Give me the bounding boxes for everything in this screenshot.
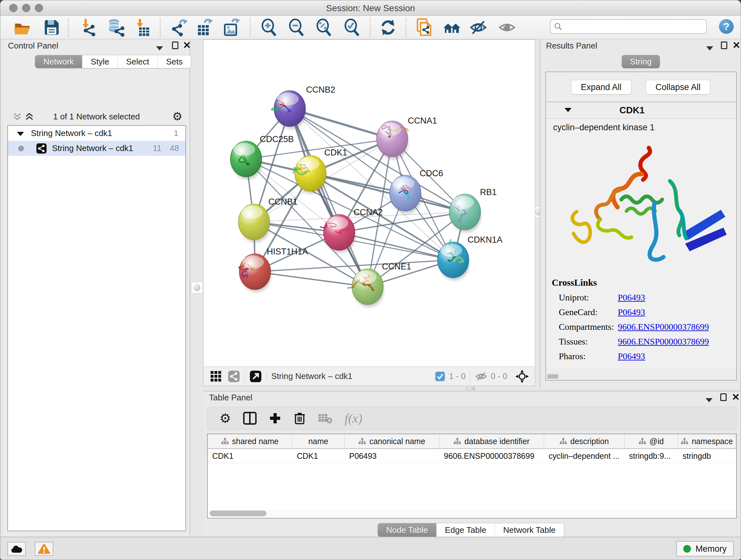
panel-float-icon[interactable]	[721, 42, 727, 51]
add-column-icon[interactable]	[269, 412, 281, 425]
table-hscrollbar[interactable]	[208, 509, 736, 517]
memory-button[interactable]: Memory	[676, 541, 734, 557]
zoom-fit-icon[interactable]	[314, 17, 335, 38]
network-view-toolbar: String Network – cdk1 1 - 0 0 - 0	[204, 367, 535, 386]
table-cell[interactable]: CDK1	[292, 449, 345, 463]
column-header-namespace[interactable]: namespace	[678, 434, 736, 448]
panel-menu-icon[interactable]	[156, 44, 163, 52]
export-network-icon[interactable]	[169, 17, 190, 38]
crosslink-value[interactable]: P06493	[618, 351, 645, 361]
network-node-RB1[interactable]: RB1	[449, 187, 497, 233]
edge-CDK1-RB1[interactable]	[311, 173, 465, 212]
crosslink-value[interactable]: P06493	[618, 293, 645, 303]
edge-CCNB2-CCNE1[interactable]	[290, 109, 367, 287]
panel-menu-icon[interactable]	[705, 395, 713, 404]
import-table-icon[interactable]	[132, 17, 153, 38]
crosslink-value[interactable]: 9606.ENSP00000378699	[618, 322, 709, 332]
table-cell[interactable]: P06493	[345, 449, 440, 463]
gene-expander-icon[interactable]	[564, 108, 571, 113]
panel-menu-icon[interactable]	[706, 44, 713, 52]
toolbar-separator	[370, 18, 370, 37]
selected-checkbox-icon[interactable]	[435, 371, 445, 381]
network-graph[interactable]: CCNB2CCNA1CDC25BCDK1CDC6RB1CCNB1CCNA2CDK…	[204, 40, 535, 366]
network-collection-row[interactable]: String Network – cdk1 1	[8, 126, 185, 141]
tab-node-table[interactable]: Node Table	[378, 523, 436, 537]
save-session-icon[interactable]	[41, 17, 62, 38]
network-node-CCNB1[interactable]: CCNB1	[239, 197, 298, 242]
network-node-CCNA1[interactable]: CCNA1	[377, 116, 437, 159]
tab-network-table[interactable]: Network Table	[495, 523, 564, 537]
refresh-icon[interactable]	[378, 17, 399, 38]
function-builder-icon: f(x)	[345, 411, 362, 426]
column-header-shared-name[interactable]: shared name	[208, 434, 292, 448]
copy-network-icon[interactable]	[414, 17, 435, 38]
import-network-icon[interactable]	[78, 17, 99, 38]
tab-select[interactable]: Select	[118, 55, 158, 68]
collapse-all-button[interactable]: Collapse All	[646, 80, 711, 95]
zoom-in-icon[interactable]	[259, 17, 280, 38]
open-session-icon[interactable]	[12, 17, 33, 38]
first-neighbors-icon[interactable]	[441, 17, 462, 38]
crosslink-value[interactable]: P06493	[618, 307, 645, 317]
table-cell[interactable]: cyclin–dependent ...	[544, 449, 624, 463]
gene-section-header[interactable]: CDK1	[546, 102, 736, 119]
node-label-CCNE1: CCNE1	[382, 262, 411, 271]
table-cell[interactable]: 9606.ENSP00000378699	[440, 449, 544, 463]
string-results-box: Expand All Collapse All CDK1 cyclin–depe…	[545, 71, 737, 381]
detach-view-icon[interactable]	[249, 370, 262, 383]
hide-selected-icon[interactable]	[468, 17, 489, 38]
panel-close-icon[interactable]: ✕	[183, 42, 191, 49]
table-cell[interactable]: CDK1	[208, 449, 292, 463]
show-all-icon[interactable]	[497, 17, 518, 38]
network-node-CCNE1[interactable]: CCNE1	[347, 262, 411, 307]
panel-close-icon[interactable]: ✕	[732, 42, 740, 49]
network-node-CDKN1A[interactable]: CDKN1A	[437, 235, 502, 280]
column-header-canonical-name[interactable]: canonical name	[345, 434, 440, 448]
panel-close-icon[interactable]: ✕	[732, 393, 740, 401]
cloud-status-button[interactable]	[7, 542, 26, 556]
network-view-icon[interactable]	[228, 370, 240, 382]
tab-string[interactable]: String	[622, 55, 660, 68]
help-icon[interactable]: ?	[719, 19, 734, 34]
column-header-description[interactable]: description	[544, 434, 624, 448]
left-splitter-handle[interactable]	[191, 282, 203, 294]
tab-style[interactable]: Style	[82, 55, 118, 68]
tab-edge-table[interactable]: Edge Table	[436, 523, 495, 537]
results-scrollbar[interactable]	[547, 374, 558, 379]
birdseye-icon[interactable]	[515, 369, 529, 383]
expand-all-button[interactable]: Expand All	[571, 80, 631, 95]
warnings-button[interactable]	[35, 542, 53, 556]
column-header-name[interactable]: name	[292, 434, 345, 448]
zoom-selected-icon[interactable]	[342, 17, 363, 38]
window-title: Session: New Session	[0, 3, 741, 13]
table-row[interactable]: CDK1CDK1P064939606.ENSP00000378699cyclin…	[208, 449, 736, 463]
network-node-CDC6[interactable]: CDC6	[390, 169, 443, 213]
collection-expander-icon[interactable]	[17, 128, 24, 138]
search-icon	[554, 22, 562, 31]
export-image-icon[interactable]	[221, 17, 242, 38]
table-cell[interactable]: stringdb:9...	[624, 449, 678, 463]
column-header-database-identifier[interactable]: database identifier	[440, 434, 544, 448]
tab-sets[interactable]: Sets	[158, 55, 191, 68]
table-cell[interactable]: stringdb	[678, 449, 736, 463]
network-row[interactable]: String Network – cdk1 11 48	[8, 141, 185, 156]
delete-column-icon[interactable]	[293, 412, 306, 425]
column-header--id[interactable]: @id	[624, 434, 678, 448]
network-canvas[interactable]: CCNB2CCNA1CDC25BCDK1CDC6RB1CCNB1CCNA2CDK…	[203, 40, 535, 386]
import-database-icon[interactable]	[105, 17, 126, 38]
edge-HIST1H1A-CCNE1[interactable]	[255, 272, 367, 287]
gear-icon[interactable]: ⚙	[172, 110, 183, 123]
crosslink-row: Pharos:P06493	[559, 351, 736, 361]
table-settings-gear-icon[interactable]: ⚙	[219, 411, 231, 426]
tab-network[interactable]: Network	[35, 55, 82, 68]
panel-float-icon[interactable]	[172, 42, 179, 51]
grid-view-icon[interactable]	[210, 370, 222, 382]
search-input[interactable]	[562, 20, 706, 33]
export-table-icon[interactable]	[194, 17, 215, 38]
zoom-out-icon[interactable]	[286, 17, 307, 38]
show-columns-icon[interactable]	[243, 412, 257, 425]
crosslink-value[interactable]: 9606.ENSP00000378699	[618, 336, 709, 347]
panel-float-icon[interactable]	[720, 393, 727, 403]
network-node-CCNB2[interactable]: CCNB2	[272, 85, 335, 129]
bottom-splitter-handle[interactable]	[466, 387, 475, 390]
